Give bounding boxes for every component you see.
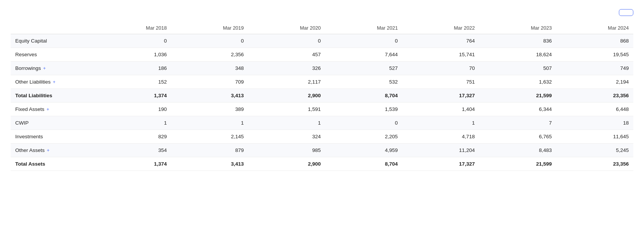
cell-value: 1,374 [94,157,171,171]
cell-value: 2,145 [171,130,248,144]
cell-value: 749 [556,62,633,75]
cell-value: 2,900 [249,157,325,171]
row-label: Reserves [11,48,94,62]
cell-value: 23,356 [556,89,633,103]
expand-row-button[interactable]: + [43,66,46,71]
table-row: Fixed Assets +1903891,5911,5391,4046,344… [11,103,633,116]
page-header [11,9,633,16]
row-label: Fixed Assets + [11,103,94,116]
cell-value: 11,645 [556,130,633,144]
cell-value: 836 [479,34,556,48]
balance-sheet-table: Mar 2018Mar 2019Mar 2020Mar 2021Mar 2022… [11,22,633,171]
cell-value: 0 [94,34,171,48]
cell-value: 532 [325,75,402,89]
cell-value: 8,483 [479,144,556,157]
cell-value: 985 [249,144,325,157]
cell-value: 11,204 [402,144,479,157]
cell-value: 354 [94,144,171,157]
cell-value: 2,117 [249,75,325,89]
cell-value: 21,599 [479,157,556,171]
row-label: Borrowings + [11,62,94,75]
cell-value: 0 [325,116,402,130]
table-row: Borrowings +18634832652770507749 [11,62,633,75]
cell-value: 3,413 [171,157,248,171]
cell-value: 1 [94,116,171,130]
col-header-Mar-2023: Mar 2023 [479,22,556,34]
table-row: Other Liabilities +1527092,1175327511,63… [11,75,633,89]
cell-value: 23,356 [556,157,633,171]
corporate-actions-button[interactable] [619,9,633,16]
table-row: Total Assets1,3743,4132,9008,70417,32721… [11,157,633,171]
col-header-Mar-2024: Mar 2024 [556,22,633,34]
cell-value: 8,704 [325,89,402,103]
cell-value: 879 [171,144,248,157]
expand-row-button[interactable]: + [53,79,56,85]
cell-value: 19,545 [556,48,633,62]
cell-value: 324 [249,130,325,144]
col-label-header [11,22,94,34]
cell-value: 764 [402,34,479,48]
expand-row-button[interactable]: + [47,148,49,153]
table-row: Total Liabilities1,3743,4132,9008,70417,… [11,89,633,103]
cell-value: 527 [325,62,402,75]
cell-value: 21,599 [479,89,556,103]
cell-value: 18,624 [479,48,556,62]
cell-value: 1,591 [249,103,325,116]
table-row: Reserves1,0362,3564577,64415,74118,62419… [11,48,633,62]
cell-value: 17,327 [402,89,479,103]
table-row: Other Assets +3548799854,95911,2048,4835… [11,144,633,157]
cell-value: 6,448 [556,103,633,116]
cell-value: 829 [94,130,171,144]
col-header-Mar-2018: Mar 2018 [94,22,171,34]
table-row: Investments8292,1453242,2054,7186,76511,… [11,130,633,144]
cell-value: 70 [402,62,479,75]
cell-value: 186 [94,62,171,75]
col-header-Mar-2021: Mar 2021 [325,22,402,34]
cell-value: 2,900 [249,89,325,103]
cell-value: 17,327 [402,157,479,171]
cell-value: 15,741 [402,48,479,62]
cell-value: 6,765 [479,130,556,144]
row-label: Total Assets [11,157,94,171]
cell-value: 18 [556,116,633,130]
cell-value: 457 [249,48,325,62]
cell-value: 7,644 [325,48,402,62]
cell-value: 0 [171,34,248,48]
row-label: Equity Capital [11,34,94,48]
row-label: Total Liabilities [11,89,94,103]
cell-value: 709 [171,75,248,89]
cell-value: 2,205 [325,130,402,144]
cell-value: 1,632 [479,75,556,89]
cell-value: 1 [402,116,479,130]
cell-value: 2,356 [171,48,248,62]
cell-value: 0 [325,34,402,48]
cell-value: 4,718 [402,130,479,144]
table-body: Equity Capital0000764836868Reserves1,036… [11,34,633,171]
cell-value: 8,704 [325,157,402,171]
cell-value: 1 [171,116,248,130]
cell-value: 1,404 [402,103,479,116]
cell-value: 5,245 [556,144,633,157]
table-header: Mar 2018Mar 2019Mar 2020Mar 2021Mar 2022… [11,22,633,34]
header-row: Mar 2018Mar 2019Mar 2020Mar 2021Mar 2022… [11,22,633,34]
cell-value: 1,374 [94,89,171,103]
cell-value: 7 [479,116,556,130]
cell-value: 751 [402,75,479,89]
expand-row-button[interactable]: + [46,107,49,112]
cell-value: 0 [249,34,325,48]
cell-value: 1 [249,116,325,130]
row-label: Investments [11,130,94,144]
cell-value: 1,539 [325,103,402,116]
cell-value: 3,413 [171,89,248,103]
col-header-Mar-2019: Mar 2019 [171,22,248,34]
cell-value: 152 [94,75,171,89]
row-label: Other Liabilities + [11,75,94,89]
cell-value: 348 [171,62,248,75]
col-header-Mar-2020: Mar 2020 [249,22,325,34]
cell-value: 6,344 [479,103,556,116]
row-label: CWIP [11,116,94,130]
cell-value: 389 [171,103,248,116]
table-row: CWIP11101718 [11,116,633,130]
row-label: Other Assets + [11,144,94,157]
cell-value: 2,194 [556,75,633,89]
